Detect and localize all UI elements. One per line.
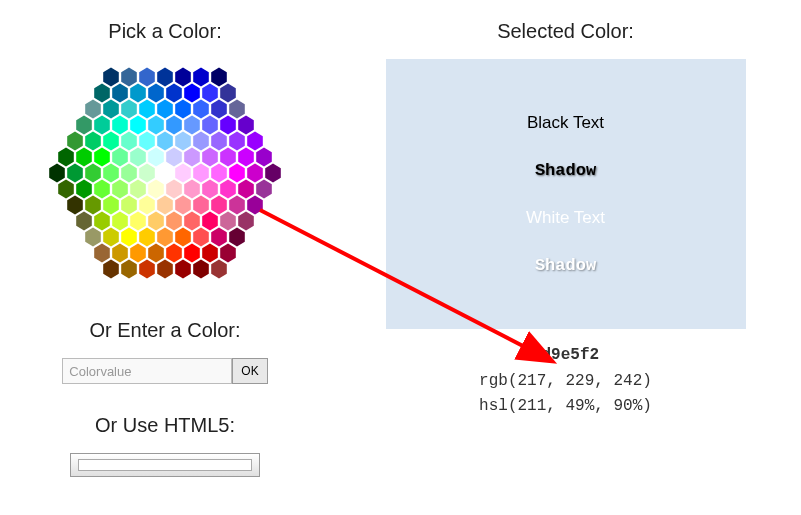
hex-cell[interactable] [220, 84, 236, 103]
hex-cell[interactable] [247, 164, 263, 183]
hex-cell[interactable] [130, 212, 146, 231]
hex-cell[interactable] [130, 180, 146, 199]
hexagon-svg[interactable] [45, 59, 285, 289]
hex-cell[interactable] [166, 212, 182, 231]
color-hexagon-picker[interactable] [45, 59, 285, 289]
hex-cell[interactable] [121, 164, 137, 183]
hex-cell[interactable] [94, 116, 110, 135]
hex-cell[interactable] [238, 180, 254, 199]
hex-cell[interactable] [103, 100, 119, 119]
hex-cell[interactable] [58, 148, 74, 167]
hex-cell[interactable] [157, 132, 173, 151]
hex-cell[interactable] [148, 148, 164, 167]
hex-cell[interactable] [220, 148, 236, 167]
hex-cell[interactable] [157, 164, 173, 183]
hex-cell[interactable] [175, 164, 191, 183]
hex-cell[interactable] [112, 148, 128, 167]
hex-cell[interactable] [238, 116, 254, 135]
hex-cell[interactable] [148, 212, 164, 231]
hex-cell[interactable] [157, 260, 173, 279]
hex-cell[interactable] [229, 228, 245, 247]
hex-cell[interactable] [139, 100, 155, 119]
hex-cell[interactable] [67, 132, 83, 151]
hex-cell[interactable] [247, 132, 263, 151]
hex-cell[interactable] [94, 244, 110, 263]
hex-cell[interactable] [67, 164, 83, 183]
hex-cell[interactable] [130, 244, 146, 263]
hex-cell[interactable] [211, 196, 227, 215]
hex-cell[interactable] [229, 196, 245, 215]
hex-cell[interactable] [166, 180, 182, 199]
hex-cell[interactable] [184, 180, 200, 199]
hex-cell[interactable] [229, 164, 245, 183]
hex-cell[interactable] [202, 244, 218, 263]
hex-cell[interactable] [193, 196, 209, 215]
hex-cell[interactable] [166, 244, 182, 263]
hex-cell[interactable] [112, 84, 128, 103]
hex-cell[interactable] [193, 260, 209, 279]
hex-cell[interactable] [193, 228, 209, 247]
hex-cell[interactable] [166, 84, 182, 103]
hex-cell[interactable] [184, 212, 200, 231]
hex-cell[interactable] [58, 180, 74, 199]
hex-cell[interactable] [85, 164, 101, 183]
hex-cell[interactable] [139, 132, 155, 151]
hex-cell[interactable] [247, 196, 263, 215]
hex-cell[interactable] [175, 100, 191, 119]
hex-cell[interactable] [121, 132, 137, 151]
hex-cell[interactable] [256, 148, 272, 167]
hex-cell[interactable] [157, 228, 173, 247]
hex-cell[interactable] [103, 228, 119, 247]
hex-cell[interactable] [184, 244, 200, 263]
hex-cell[interactable] [184, 148, 200, 167]
hex-cell[interactable] [76, 116, 92, 135]
hex-cell[interactable] [94, 180, 110, 199]
hex-cell[interactable] [112, 116, 128, 135]
hex-cell[interactable] [175, 196, 191, 215]
hex-cell[interactable] [148, 84, 164, 103]
hex-cell[interactable] [157, 68, 173, 87]
hex-cell[interactable] [130, 148, 146, 167]
hex-cell[interactable] [121, 100, 137, 119]
hex-cell[interactable] [139, 196, 155, 215]
hex-cell[interactable] [166, 116, 182, 135]
hex-cell[interactable] [211, 164, 227, 183]
hex-cell[interactable] [112, 244, 128, 263]
hex-cell[interactable] [85, 100, 101, 119]
hex-cell[interactable] [85, 228, 101, 247]
ok-button[interactable]: OK [232, 358, 267, 384]
hex-cell[interactable] [166, 148, 182, 167]
hex-cell[interactable] [121, 260, 137, 279]
hex-cell[interactable] [238, 148, 254, 167]
hex-cell[interactable] [175, 260, 191, 279]
hex-cell[interactable] [211, 132, 227, 151]
hex-cell[interactable] [238, 212, 254, 231]
hex-cell[interactable] [67, 196, 83, 215]
hex-cell[interactable] [103, 164, 119, 183]
hex-cell[interactable] [112, 212, 128, 231]
hex-cell[interactable] [130, 116, 146, 135]
hex-cell[interactable] [220, 212, 236, 231]
hex-cell[interactable] [193, 100, 209, 119]
hex-cell[interactable] [139, 260, 155, 279]
hex-cell[interactable] [139, 164, 155, 183]
hex-cell[interactable] [76, 148, 92, 167]
hex-cell[interactable] [94, 84, 110, 103]
hex-cell[interactable] [148, 116, 164, 135]
hex-cell[interactable] [256, 180, 272, 199]
hex-cell[interactable] [148, 244, 164, 263]
hex-cell[interactable] [202, 148, 218, 167]
hex-cell[interactable] [139, 228, 155, 247]
hex-cell[interactable] [184, 84, 200, 103]
hex-cell[interactable] [175, 68, 191, 87]
hex-cell[interactable] [76, 180, 92, 199]
hex-cell[interactable] [193, 132, 209, 151]
hex-cell[interactable] [211, 68, 227, 87]
hex-cell[interactable] [76, 212, 92, 231]
hex-cell[interactable] [220, 244, 236, 263]
hex-cell[interactable] [202, 212, 218, 231]
hex-cell[interactable] [103, 196, 119, 215]
hex-cell[interactable] [85, 196, 101, 215]
hex-cell[interactable] [220, 180, 236, 199]
hex-cell[interactable] [157, 100, 173, 119]
